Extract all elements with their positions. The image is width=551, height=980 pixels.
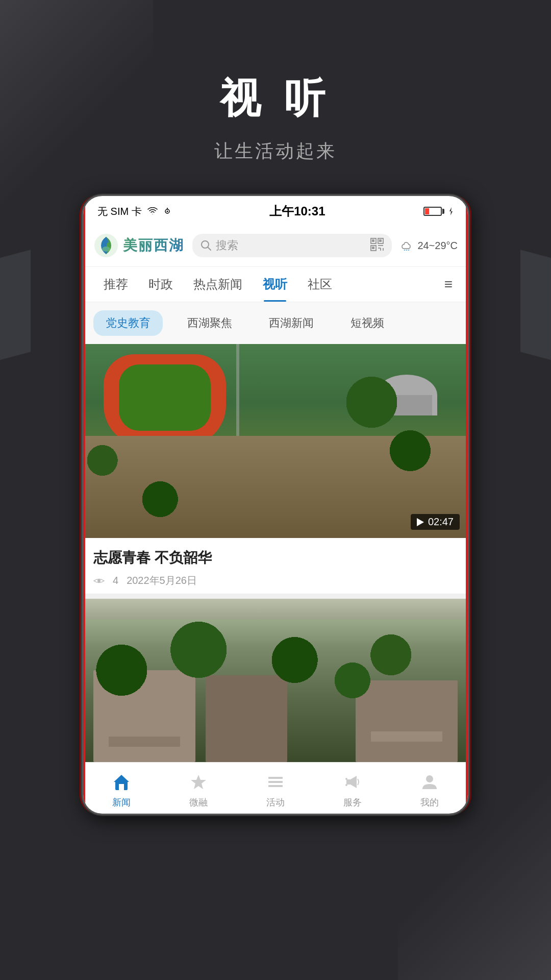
nav-label-service: 服务	[343, 796, 362, 808]
bldg-connector-2	[371, 731, 442, 742]
bg-card-right	[520, 250, 551, 362]
svg-line-19	[406, 250, 407, 251]
svg-point-21	[97, 579, 101, 582]
svg-line-7	[208, 247, 211, 250]
status-bar: 无 SIM 卡 上午10:31	[83, 196, 468, 225]
svg-rect-27	[268, 781, 283, 783]
svg-marker-25	[191, 775, 206, 789]
svg-line-20	[408, 250, 409, 251]
home-icon	[110, 771, 133, 793]
sub-tabs: 党史教育 西湖聚焦 西湖新闻 短视频	[83, 302, 468, 344]
bg-card-left	[0, 250, 31, 362]
bottom-nav-mine[interactable]: 我的	[391, 771, 468, 808]
svg-point-32	[345, 784, 347, 786]
page-title: 视 听	[214, 71, 337, 127]
cloud-icon	[400, 240, 414, 251]
nav-more-icon[interactable]: ≡	[439, 271, 458, 298]
nav-label-news: 新闻	[112, 796, 131, 808]
svg-rect-28	[268, 785, 283, 787]
nav-tab-politics[interactable]: 时政	[138, 267, 183, 302]
svg-point-33	[426, 775, 433, 782]
page-header: 视 听 让生活动起来	[214, 0, 337, 164]
svg-marker-30	[350, 776, 357, 788]
bldg-connector	[109, 737, 180, 747]
video-meta-1: 4 2022年5月26日	[93, 574, 458, 587]
status-right	[423, 207, 454, 216]
play-icon	[417, 518, 424, 526]
bottom-nav-activity[interactable]: 活动	[237, 771, 314, 808]
bottom-nav-news[interactable]: 新闻	[83, 771, 160, 808]
svg-point-5	[102, 247, 110, 252]
nav-tab-video[interactable]: 视听	[253, 267, 297, 302]
phone-mockup: 无 SIM 卡 上午10:31	[82, 194, 469, 815]
temperature-text: 24~29°C	[417, 240, 458, 252]
publish-date: 2022年5月26日	[127, 574, 197, 587]
video-card-1[interactable]: 02:47 志愿青春 不负韶华 4 2022年5月26日	[83, 344, 468, 594]
svg-rect-9	[372, 239, 374, 242]
dome	[376, 375, 437, 415]
svg-rect-24	[119, 784, 124, 790]
logo-icon	[93, 233, 119, 258]
bottom-nav-weifusion[interactable]: 微融	[160, 771, 237, 808]
speaker-icon	[341, 771, 364, 793]
svg-rect-11	[379, 239, 382, 242]
nav-label-activity: 活动	[266, 796, 285, 808]
star-icon	[187, 771, 210, 793]
search-placeholder: 搜索	[216, 238, 238, 253]
person-icon	[418, 771, 441, 793]
buildings-base	[83, 436, 468, 538]
wifi-icon	[147, 207, 158, 215]
list-icon	[264, 771, 287, 793]
svg-line-18	[404, 250, 405, 251]
app-logo: 美丽西湖	[93, 233, 184, 258]
nav-label-weifusion: 微融	[189, 796, 208, 808]
eye-icon	[93, 577, 105, 585]
view-count: 4	[113, 575, 118, 586]
svg-rect-26	[268, 777, 283, 779]
status-time: 上午10:31	[269, 203, 325, 219]
video-info-1: 志愿青春 不负韶华 4 2022年5月26日	[83, 538, 468, 594]
duration-text-1: 02:47	[428, 516, 454, 528]
weather-info: 24~29°C	[400, 240, 458, 252]
battery-icon	[423, 207, 444, 216]
charging-icon	[448, 207, 454, 215]
aerial-scene	[83, 344, 468, 538]
signal-icon	[163, 207, 171, 215]
nav-tabs: 推荐 时政 热点新闻 视听 社区 ≡	[83, 267, 468, 302]
field	[119, 364, 211, 431]
svg-marker-3	[449, 207, 453, 215]
nav-tab-community[interactable]: 社区	[297, 267, 342, 302]
video-card-2[interactable]	[83, 599, 468, 762]
sub-tab-news[interactable]: 西湖新闻	[257, 310, 326, 336]
road-top	[83, 599, 468, 619]
sub-tab-short[interactable]: 短视频	[338, 310, 396, 336]
svg-marker-23	[114, 775, 129, 782]
carrier-text: 无 SIM 卡	[97, 205, 142, 218]
svg-rect-29	[346, 779, 350, 785]
nav-tab-recommend[interactable]: 推荐	[93, 267, 138, 302]
bottom-nav-service[interactable]: 服务	[314, 771, 391, 808]
video-title-1: 志愿青春 不负韶华	[93, 548, 458, 568]
logo-text: 美丽西湖	[123, 236, 184, 255]
video-thumbnail-1[interactable]: 02:47	[83, 344, 468, 538]
sub-tab-party[interactable]: 党史教育	[93, 310, 163, 336]
search-bar[interactable]: 搜索	[192, 234, 392, 257]
sub-tab-focus[interactable]: 西湖聚焦	[175, 310, 244, 336]
nav-tab-hotnews[interactable]: 热点新闻	[183, 267, 253, 302]
video-thumbnail-2[interactable]	[83, 599, 468, 762]
nav-label-mine: 我的	[420, 796, 439, 808]
svg-point-1	[166, 211, 168, 212]
search-icon	[201, 240, 212, 251]
video-duration-1: 02:47	[411, 514, 460, 530]
page-subtitle: 让生活动起来	[214, 139, 337, 164]
svg-rect-13	[372, 247, 374, 249]
aerial-scene-2	[83, 599, 468, 762]
divider	[83, 594, 468, 599]
svg-point-31	[345, 778, 347, 780]
scan-icon[interactable]	[370, 238, 384, 253]
app-header: 美丽西湖 搜索	[83, 225, 468, 267]
status-left: 无 SIM 卡	[97, 205, 171, 218]
bottom-nav: 新闻 微融 活动	[83, 762, 468, 814]
